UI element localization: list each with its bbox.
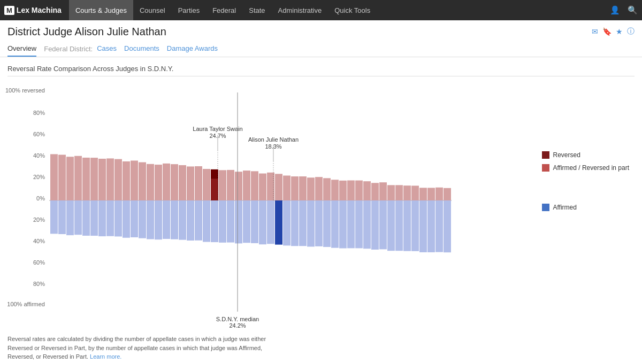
svg-rect-23: [90, 200, 98, 236]
legend-label-affirmed-reversed: Affirmed / Reversed in part: [553, 164, 629, 172]
svg-text:20%: 20%: [33, 216, 45, 223]
svg-rect-62: [243, 200, 250, 243]
svg-rect-33: [131, 200, 138, 237]
svg-rect-54: [211, 200, 218, 242]
svg-rect-106: [419, 200, 427, 252]
tab-overview[interactable]: Overview: [7, 41, 36, 57]
svg-rect-53: [211, 169, 218, 179]
email-icon[interactable]: ✉: [592, 27, 598, 36]
svg-rect-109: [435, 188, 443, 200]
legend-label-affirmed: Affirmed: [553, 204, 576, 211]
logo-text: Lex Machina: [17, 6, 62, 14]
svg-rect-42: [171, 164, 178, 200]
nav-counsel[interactable]: Counsel: [133, 0, 172, 20]
legend: Reversed Affirmed / Reversed in part Aff…: [542, 151, 629, 211]
svg-text:60%: 60%: [33, 259, 45, 266]
svg-rect-107: [427, 188, 435, 200]
svg-rect-21: [82, 200, 90, 236]
svg-rect-93: [371, 183, 379, 200]
svg-text:24.2%: 24.2%: [229, 322, 246, 329]
tabs: Overview Federal District: Cases Documen…: [7, 41, 635, 57]
svg-text:40%: 40%: [33, 238, 45, 244]
svg-rect-110: [435, 200, 443, 252]
help-icon[interactable]: ⓘ: [627, 27, 635, 36]
svg-rect-85: [339, 181, 347, 200]
svg-rect-91: [363, 181, 371, 200]
svg-rect-40: [163, 164, 170, 200]
svg-rect-82: [323, 200, 331, 247]
nav-links: Courts & Judges Counsel Parties Federal …: [69, 0, 610, 20]
logo-m: M: [4, 6, 14, 15]
footer-note: Reversal rates are calculated by dividin…: [7, 335, 286, 361]
svg-rect-31: [123, 200, 130, 238]
legend-affirmed: Affirmed: [542, 204, 629, 211]
star-icon[interactable]: ★: [616, 27, 623, 36]
svg-rect-97: [387, 185, 395, 200]
svg-rect-70: [275, 200, 282, 245]
svg-rect-94: [371, 200, 379, 250]
learn-more-link[interactable]: Learn more.: [90, 353, 121, 360]
svg-rect-19: [74, 200, 82, 235]
svg-rect-14: [58, 155, 66, 200]
nav-administrative[interactable]: Administrative: [272, 0, 328, 20]
svg-rect-48: [195, 166, 202, 200]
svg-rect-83: [331, 180, 339, 200]
svg-rect-100: [395, 200, 403, 251]
svg-rect-95: [379, 182, 387, 200]
nav-courts-judges[interactable]: Courts & Judges: [69, 0, 133, 20]
svg-rect-71: [283, 175, 291, 200]
svg-rect-32: [131, 160, 138, 200]
svg-rect-111: [444, 188, 451, 200]
svg-text:24.7%: 24.7%: [209, 133, 226, 139]
svg-rect-51: [203, 200, 210, 242]
tab-separator: Federal District:: [44, 45, 93, 53]
svg-text:18.3%: 18.3%: [265, 143, 281, 150]
svg-rect-34: [139, 162, 146, 200]
chart-container: 100% reversed 80% 60% 40% 20% 0% 20% 40%…: [7, 82, 635, 329]
tab-documents[interactable]: Documents: [124, 41, 159, 57]
svg-rect-16: [66, 157, 74, 200]
svg-rect-37: [147, 200, 154, 239]
search-icon[interactable]: 🔍: [628, 5, 638, 15]
svg-rect-105: [419, 188, 427, 200]
nav-federal[interactable]: Federal: [206, 0, 242, 20]
svg-rect-39: [155, 200, 162, 239]
legend-box-affirmed-reversed: [542, 164, 549, 172]
svg-rect-102: [403, 200, 411, 251]
logo[interactable]: M Lex Machina: [4, 6, 62, 15]
svg-rect-17: [66, 200, 74, 235]
nav-right: 👤 🔍: [610, 5, 638, 15]
svg-rect-46: [187, 166, 194, 200]
svg-rect-73: [291, 176, 299, 200]
nav-parties[interactable]: Parties: [172, 0, 206, 20]
svg-rect-47: [187, 200, 194, 241]
bookmark-icon[interactable]: 🔖: [602, 27, 612, 36]
tab-cases[interactable]: Cases: [97, 41, 117, 57]
svg-rect-108: [427, 200, 435, 252]
svg-rect-80: [315, 200, 323, 246]
svg-rect-76: [299, 200, 307, 246]
tab-damage-awards[interactable]: Damage Awards: [167, 41, 218, 57]
svg-rect-87: [347, 180, 355, 200]
svg-rect-78: [307, 200, 315, 246]
legend-reversed: Reversed: [542, 151, 629, 159]
svg-text:100% reversed: 100% reversed: [5, 87, 45, 94]
user-icon[interactable]: 👤: [610, 5, 620, 15]
svg-rect-38: [155, 165, 162, 200]
svg-rect-68: [267, 200, 274, 244]
svg-rect-28: [114, 159, 122, 200]
svg-rect-24: [98, 159, 106, 200]
nav-quick-tools[interactable]: Quick Tools: [328, 0, 377, 20]
svg-rect-44: [179, 165, 186, 200]
svg-rect-60: [235, 200, 242, 243]
svg-text:0%: 0%: [36, 195, 45, 202]
page-header: District Judge Alison Julie Nathan ✉ 🔖 ★…: [0, 20, 642, 57]
svg-rect-92: [363, 200, 371, 249]
svg-rect-36: [147, 164, 154, 200]
svg-rect-27: [106, 200, 114, 236]
nav-state[interactable]: State: [242, 0, 271, 20]
svg-rect-56: [219, 200, 226, 243]
svg-rect-99: [395, 185, 403, 200]
svg-rect-61: [243, 171, 250, 200]
svg-rect-12: [50, 154, 58, 200]
